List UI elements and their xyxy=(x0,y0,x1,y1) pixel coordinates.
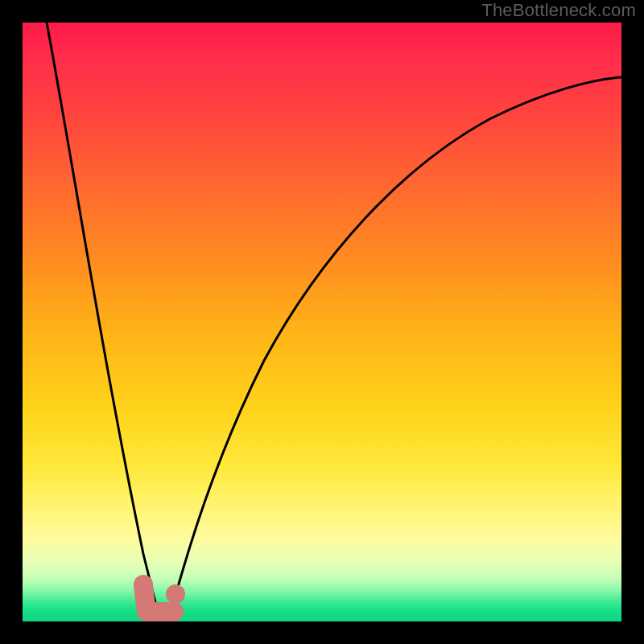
l-marker-dot-left xyxy=(134,575,153,594)
curve-layer xyxy=(23,23,621,621)
bottleneck-curve xyxy=(47,23,621,618)
watermark-text: TheBottleneck.com xyxy=(481,0,636,21)
plot-area xyxy=(23,23,621,621)
chart-frame: TheBottleneck.com xyxy=(0,0,644,644)
l-marker-dot-right xyxy=(166,584,185,604)
